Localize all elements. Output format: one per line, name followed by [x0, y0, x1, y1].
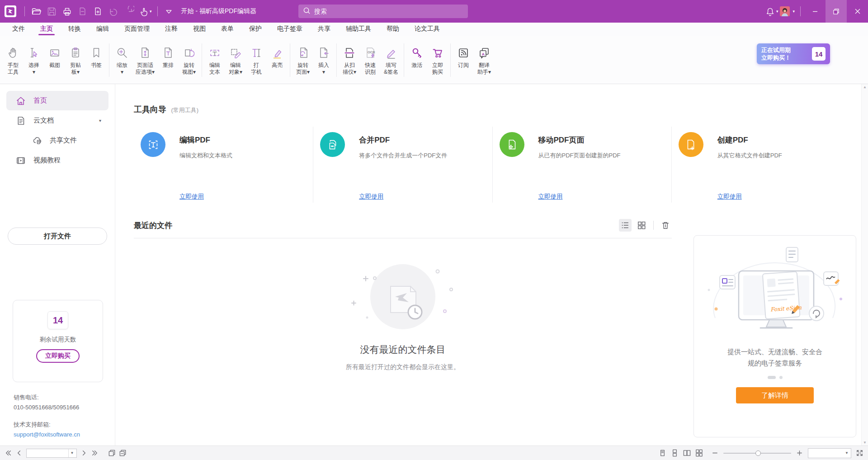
open-file-icon[interactable] — [28, 4, 44, 19]
print-icon[interactable] — [59, 4, 75, 19]
previous-view-icon[interactable] — [108, 449, 116, 457]
save-icon[interactable] — [44, 4, 59, 19]
ribbon-tool-scanner[interactable]: 从扫描仪▾ — [339, 43, 360, 77]
ribbon-tool-clipboard[interactable]: 剪贴板▾ — [65, 43, 86, 77]
menu-视图[interactable]: 视图 — [185, 25, 213, 36]
ribbon-tool-snapshot[interactable]: 截图 — [44, 43, 65, 77]
page-number-input-group[interactable]: ▼ — [26, 449, 77, 458]
restore-button[interactable] — [826, 0, 847, 23]
sidebar-item-共享文件[interactable]: 共享文件 — [6, 131, 108, 150]
menu-文件[interactable]: 文件 — [5, 25, 33, 36]
menu-转换[interactable]: 转换 — [61, 25, 89, 36]
menu-编辑[interactable]: 编辑 — [89, 25, 117, 36]
next-view-icon[interactable] — [119, 449, 127, 457]
page-number-caret-icon[interactable]: ▼ — [68, 449, 75, 457]
tool-card-创建PDF[interactable]: 创建PDF从其它格式文件创建PDF立即使用 — [671, 127, 850, 203]
ribbon-tool-translate[interactable]: A翻译助手▾ — [474, 43, 495, 77]
minimize-button[interactable] — [804, 0, 826, 23]
learn-more-button[interactable]: 了解详情 — [736, 387, 814, 403]
zoom-select-caret-icon[interactable]: ▼ — [843, 451, 851, 455]
close-button[interactable] — [847, 0, 868, 23]
notifications-caret-icon[interactable]: ▾ — [776, 9, 778, 14]
trial-badge[interactable]: 正在试用期 立即购买！ 14 — [757, 43, 830, 64]
sidebar-item-视频教程[interactable]: 视频教程 — [6, 151, 108, 170]
copy-page-icon[interactable] — [75, 4, 90, 19]
menu-保护[interactable]: 保护 — [241, 25, 269, 36]
zoom-level-select[interactable]: ▼ — [808, 448, 851, 458]
single-page-view-icon[interactable] — [659, 449, 666, 457]
menu-共享[interactable]: 共享 — [310, 25, 338, 36]
ribbon-tool-cart[interactable]: 立即购买 — [427, 43, 448, 77]
ribbon-tool-fitpage[interactable]: 页面适应选项▾ — [132, 43, 158, 77]
last-page-icon[interactable] — [91, 449, 99, 457]
buy-now-button[interactable]: 立即购买 — [36, 349, 80, 363]
carousel-dot[interactable] — [779, 376, 783, 379]
facing-view-icon[interactable] — [683, 449, 691, 457]
undo-icon[interactable] — [105, 4, 121, 19]
menu-帮助[interactable]: 帮助 — [379, 25, 407, 36]
menu-电子签章[interactable]: 电子签章 — [269, 25, 310, 36]
ribbon-tool-edittext[interactable]: 编辑文本 — [204, 43, 225, 77]
notifications-bell-icon[interactable] — [763, 4, 778, 19]
sidebar-item-云文档[interactable]: 云文档▾ — [6, 111, 108, 130]
search-input[interactable] — [314, 8, 450, 15]
ribbon-tool-zoom[interactable]: 缩放▾ — [112, 43, 132, 77]
menu-注释[interactable]: 注释 — [157, 25, 185, 36]
hand-pointer-icon[interactable] — [136, 4, 151, 19]
user-avatar[interactable] — [780, 6, 790, 16]
menu-论文工具[interactable]: 论文工具 — [407, 25, 448, 36]
ribbon-tool-reflow[interactable]: 重排 — [158, 43, 179, 77]
use-now-link[interactable]: 立即使用 — [538, 193, 563, 201]
zoom-out-icon[interactable] — [711, 449, 719, 457]
grid-view-button[interactable] — [635, 219, 648, 232]
account-caret-icon[interactable]: ▾ — [793, 9, 795, 14]
menu-表单[interactable]: 表单 — [213, 25, 241, 36]
continuous-view-icon[interactable] — [671, 449, 679, 457]
new-document-icon[interactable] — [90, 4, 105, 19]
sidebar-item-首页[interactable]: 首页 — [6, 91, 108, 110]
tool-card-编辑PDF[interactable]: 编辑PDF编辑文档和文本格式立即使用 — [134, 127, 313, 203]
ribbon-tool-fillsign[interactable]: 填写&签名 — [381, 43, 401, 77]
first-page-icon[interactable] — [5, 449, 12, 457]
redo-icon[interactable] — [121, 4, 136, 19]
next-page-icon[interactable] — [80, 449, 88, 457]
ribbon-tool-activate[interactable]: 激活 — [406, 43, 427, 77]
collapse-ribbon-icon[interactable] — [161, 4, 177, 19]
fullscreen-icon[interactable] — [856, 449, 863, 457]
scroll-down-icon[interactable]: ▼ — [863, 441, 867, 445]
carousel-dot-active[interactable] — [768, 376, 776, 379]
clear-recent-trash-button[interactable] — [659, 219, 672, 232]
vertical-scrollbar[interactable]: ▲ ▼ — [861, 84, 868, 446]
tool-card-合并PDF[interactable]: 合并PDF将多个文件合并生成一个PDF文件立即使用 — [313, 127, 492, 203]
ribbon-tool-rotateview[interactable]: 旋转视图▾ — [179, 43, 199, 77]
ribbon-tool-select[interactable]: 选择▾ — [24, 43, 44, 77]
page-number-input[interactable] — [27, 449, 68, 457]
ribbon-tool-editobject[interactable]: 编辑对象▾ — [225, 43, 246, 77]
ribbon-tool-insert[interactable]: 插入▾ — [313, 43, 334, 77]
search-box[interactable] — [298, 5, 468, 18]
use-now-link[interactable]: 立即使用 — [179, 193, 204, 201]
ribbon-tool-ocr[interactable]: OCR快速识别 — [360, 43, 381, 77]
expand-caret-icon[interactable]: ▾ — [99, 118, 101, 123]
ribbon-tool-bookmark[interactable]: 书签 — [86, 43, 107, 77]
support-email-link[interactable]: support@foxitsoftware.cn — [14, 430, 80, 440]
zoom-slider[interactable] — [723, 453, 791, 454]
carousel-dots[interactable] — [694, 376, 856, 379]
ribbon-tool-highlight[interactable]: 高亮 — [267, 43, 288, 77]
use-now-link[interactable]: 立即使用 — [359, 193, 383, 201]
menu-辅助工具[interactable]: 辅助工具 — [338, 25, 379, 36]
continuous-facing-view-icon[interactable] — [695, 449, 703, 457]
list-view-button[interactable] — [619, 219, 632, 232]
zoom-slider-thumb[interactable] — [755, 451, 761, 456]
tool-card-移动PDF页面[interactable]: 移动PDF页面从已有的PDF页面创建新的PDF立即使用 — [492, 127, 671, 203]
menu-主页[interactable]: 主页 — [33, 25, 61, 36]
use-now-link[interactable]: 立即使用 — [717, 193, 742, 201]
scroll-up-icon[interactable]: ▲ — [863, 85, 867, 89]
ribbon-tool-typewriter[interactable]: 打字机 — [246, 43, 267, 77]
open-file-button[interactable]: 打开文件 — [8, 228, 107, 245]
zoom-in-icon[interactable] — [796, 449, 803, 457]
ribbon-tool-hand[interactable]: 手型工具 — [3, 43, 24, 77]
ribbon-tool-subscribe[interactable]: 订阅 — [453, 43, 474, 77]
previous-page-icon[interactable] — [15, 449, 23, 457]
ribbon-tool-rotatepages[interactable]: 旋转页面▾ — [292, 43, 313, 77]
